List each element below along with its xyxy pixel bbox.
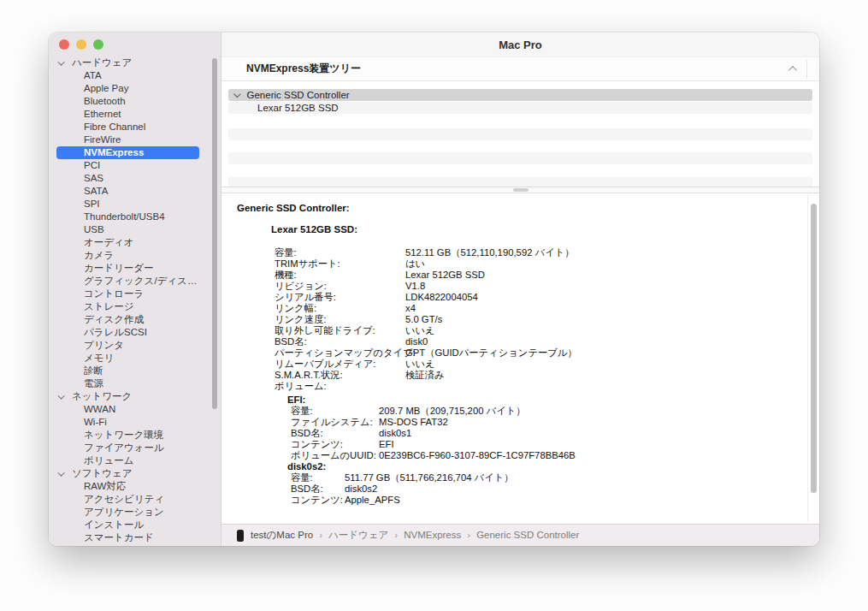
sidebar-item[interactable]: ファイアウォール [49,442,221,454]
sidebar-item[interactable]: カメラ [49,249,221,262]
sidebar-item[interactable]: Ethernet [49,108,221,121]
detail-value: disk0s1 [379,428,411,439]
detail-row: コンテンツ:EFI [291,439,819,450]
detail-key: ボリュームのUUID: [291,450,379,461]
detail-row: BSD名:disk0s1 [291,428,819,439]
zoom-button[interactable] [93,39,103,50]
chevron-down-icon [57,58,64,65]
detail-key: 取り外し可能ドライブ: [275,325,405,336]
detail-value: disk0s2 [345,483,377,495]
window-titlebar: Mac Pro [221,33,819,56]
sidebar-item[interactable]: プリンタ [49,339,221,352]
detail-key: リビジョン: [275,281,405,292]
detail-key: BSD名: [275,336,405,347]
sidebar-item[interactable]: グラフィックス/ディス… [49,275,221,288]
detail-panel: Generic SSD Controller: Lexar 512GB SSD:… [221,193,819,524]
sidebar-item[interactable]: Thunderbolt/USB4 [49,211,221,223]
sidebar-item[interactable]: SPI [49,198,221,211]
sidebar-item[interactable]: ソフトウェア [49,467,221,480]
collapse-section-button[interactable] [784,62,798,76]
sidebar-item-label: プリンタ [84,339,124,352]
sidebar-scrollbar[interactable] [212,58,217,409]
sidebar-item-label: ボリューム [84,454,134,467]
sidebar-item-label: ATA [84,69,102,82]
sidebar-item[interactable]: PCI [49,159,221,172]
sidebar-item[interactable]: Wi-Fi [49,416,221,429]
sidebar-item-label: Thunderbolt/USB4 [84,211,165,223]
detail-group-title: EFI: [287,394,819,406]
sidebar-item[interactable]: NVMExpress [49,146,221,159]
sidebar-item[interactable]: スマートカード [49,531,221,544]
sidebar-item-label: NVMExpress [84,146,144,159]
sidebar-item[interactable]: アクセシビリティ [49,493,221,506]
tree-row-label: Generic SSD Controller [247,90,350,100]
detail-key: ファイルシステム: [291,417,379,428]
detail-value: LDK4822004054 [405,292,478,303]
sidebar-item[interactable]: ATA [49,69,221,82]
breadcrumb-item: Generic SSD Controller [476,530,579,540]
tree-row[interactable]: Generic SSD Controller [228,89,812,101]
sidebar-item[interactable]: SATA [49,185,221,198]
detail-row: リンク幅:x4 [275,303,819,314]
sidebar-item[interactable]: パラレルSCSI [49,326,221,339]
sidebar-item-label: コントローラ [84,288,144,300]
sidebar-item[interactable]: ハードウェア [49,56,221,69]
sidebar-item-label: Fibre Channel [84,121,145,133]
sidebar-item[interactable]: インストール [49,519,221,531]
sidebar-item[interactable]: ネットワーク [49,390,221,403]
detail-key: BSD名: [291,428,379,439]
sidebar-item[interactable]: デベロッパ [49,544,221,546]
detail-row: シリアル番号:LDK4822004054 [275,292,819,303]
sidebar-item[interactable]: コントローラ [49,288,221,300]
sidebar-item[interactable]: ストレージ [49,300,221,313]
detail-key: 容量: [275,247,405,258]
detail-row: 容量:512.11 GB（512,110,190,592 バイト） [275,247,819,258]
sidebar-item[interactable]: メモリ [49,352,221,365]
tree-row-label: Lexar 512GB SSD [257,103,339,113]
chevron-down-icon [233,91,240,98]
sidebar-item[interactable]: カードリーダー [49,262,221,275]
sidebar-item[interactable]: 診断 [49,365,221,377]
chevron-down-icon [57,392,64,399]
minimize-button[interactable] [76,39,86,50]
sidebar-item[interactable]: ディスク作成 [49,313,221,326]
detail-row: 容量:511.77 GB（511,766,216,704 バイト） [291,472,819,483]
detail-row: S.M.A.R.T.状況:検証済み [275,370,819,381]
breadcrumb-separator: › [319,530,322,540]
sidebar-item-label: RAW対応 [84,480,126,493]
sidebar-item[interactable]: Bluetooth [49,95,221,108]
detail-row: リムーバブルメディア:いいえ [275,359,819,370]
sidebar-item-label: ソフトウェア [72,467,133,480]
sidebar-item-label: ハードウェア [72,56,132,69]
detail-group: disk0s2:容量:511.77 GB（511,766,216,704 バイト… [237,461,819,506]
detail-scrollbar-track[interactable] [807,195,819,522]
sidebar-item[interactable]: Apple Pay [49,82,221,95]
sidebar-item[interactable]: ボリューム [49,454,221,467]
detail-key: 機種: [275,270,405,281]
sidebar-item[interactable]: 電源 [49,377,221,390]
detail-value: EFI [379,439,394,450]
detail-scrollbar-thumb[interactable] [811,204,817,493]
sidebar-item[interactable]: ネットワーク環境 [49,429,221,442]
sidebar-item[interactable]: FireWire [49,133,221,146]
main-pane: Mac Pro NVMExpress装置ツリー Generic SSD Cont… [221,33,819,546]
detail-value: MS-DOS FAT32 [379,417,448,428]
sidebar-item[interactable]: USB [49,223,221,236]
sidebar-item[interactable]: Fibre Channel [49,121,221,133]
detail-key: コンテンツ: [291,439,379,450]
detail-value: はい [405,258,425,270]
close-button[interactable] [59,39,69,50]
detail-row: BSD名:disk0s2 [291,483,819,495]
sidebar-item[interactable]: オーディオ [49,236,221,249]
pane-splitter[interactable] [221,187,819,193]
system-information-window: ハードウェアATAApple PayBluetoothEthernetFibre… [49,33,819,546]
sidebar-item-label: Apple Pay [84,82,128,95]
page-title: Mac Pro [499,39,542,51]
tree-row[interactable]: Lexar 512GB SSD [228,102,812,114]
sidebar-item[interactable]: RAW対応 [49,480,221,493]
sidebar-item[interactable]: アプリケーション [49,506,221,519]
sidebar-item[interactable]: WWAN [49,403,221,416]
detail-row: 容量:209.7 MB（209,715,200 バイト） [291,406,819,417]
sidebar-list: ハードウェアATAApple PayBluetoothEthernetFibre… [49,56,221,546]
sidebar-item[interactable]: SAS [49,172,221,185]
